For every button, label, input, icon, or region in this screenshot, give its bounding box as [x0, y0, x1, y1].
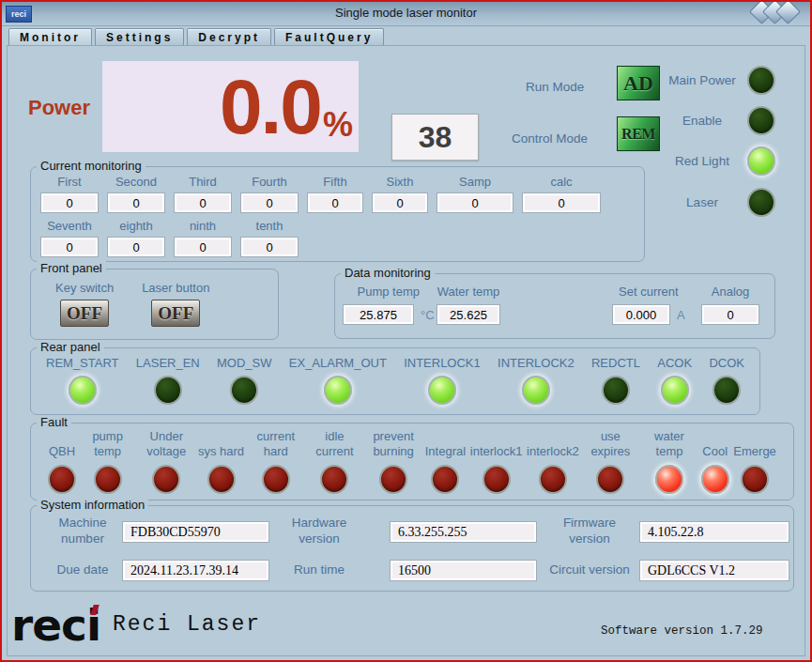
run-time-value: 16500	[390, 560, 537, 581]
tab-monitor[interactable]: Monitor	[8, 28, 92, 46]
current-field-tenth: tenth 0	[240, 219, 299, 257]
machine-number-label: Machine number	[45, 514, 120, 547]
brand-name: Reci Laser	[113, 612, 261, 637]
window-controls	[758, 3, 797, 21]
set-current-item: Set current 0.000 A	[612, 285, 685, 325]
rear-led-interlock1: INTERLOCK1	[404, 356, 481, 405]
fault-current-hard: current hard	[249, 425, 303, 494]
run-mode-badge: AD	[617, 66, 660, 100]
system-information-title: System information	[37, 498, 148, 512]
use-expires-led	[596, 465, 624, 494]
window-title: Single mode laser monitor	[2, 6, 810, 20]
dcok-led	[712, 376, 741, 405]
fault-idle-current: idle current	[307, 425, 361, 494]
laser-led	[747, 188, 775, 217]
current-row-2: Seventh 0 eighth 0 ninth 0 tenth 0	[40, 219, 299, 257]
fault-interlock2-led	[539, 465, 567, 494]
laser-button-label: Laser button	[142, 281, 209, 295]
ex-alarm-out-led	[324, 376, 352, 405]
current-second-value: 0	[107, 192, 165, 213]
status-row-main-power: Main Power	[657, 66, 789, 95]
fault-integral: Integral	[425, 425, 466, 494]
rear-led-ex-alarm-out: EX_ALARM_OUT	[289, 356, 387, 405]
current-seventh-value: 0	[40, 237, 99, 257]
rear-panel-group: Rear panel REM_START LASER_EN MOD_SW EX_…	[30, 347, 760, 415]
red-light-led	[747, 146, 775, 176]
key-switch-state-badge: OFF	[60, 300, 109, 327]
pump-temp-label: Pump temp	[358, 285, 420, 299]
software-version: Software version 1.7.29	[601, 624, 763, 638]
current-field-calc: calc 0	[522, 175, 601, 213]
hardware-version-value: 6.33.255.255	[390, 521, 537, 543]
fault-interlock1-led	[483, 465, 511, 494]
set-current-label: Set current	[619, 285, 679, 299]
rear-led-dcok: DCOK	[709, 356, 744, 405]
fault-under-voltage: Under voltage	[139, 425, 193, 494]
set-current-unit: A	[677, 308, 685, 322]
rem-start-led	[69, 376, 97, 405]
water-temp-value: 25.625	[437, 304, 500, 325]
pump-temp-item: Pump temp 25.875 °C	[343, 285, 435, 325]
pump-temp-fault-led	[94, 465, 122, 494]
emerge-led	[741, 465, 769, 494]
app-window: reci Single mode laser monitor Monitor S…	[0, 0, 812, 662]
power-value: 0.0	[220, 69, 321, 146]
data-monitoring-group: Data monitoring Pump temp 25.875 °C Wate…	[334, 273, 775, 339]
run-mode-label: Run Mode	[526, 80, 584, 94]
mod-sw-led	[230, 376, 258, 405]
current-first-value: 0	[40, 192, 99, 213]
tab-faultquery[interactable]: FaultQuery	[274, 28, 384, 46]
rear-panel-title: Rear panel	[37, 340, 104, 354]
current-field-samp: Samp 0	[437, 175, 513, 213]
current-sixth-value: 0	[372, 192, 428, 213]
fault-prevent-burning: prevent burning	[366, 425, 421, 494]
current-ninth-value: 0	[174, 237, 232, 257]
fault-group: Fault QBH pump temp Under voltage sys ha…	[30, 423, 794, 500]
fault-sys-hard: sys hard	[198, 425, 244, 494]
fault-interlock2: interlock2	[527, 425, 579, 494]
current-hard-led	[262, 465, 290, 494]
due-date-label: Due date	[45, 552, 120, 586]
set-current-value: 0.000	[612, 304, 670, 325]
hardware-version-label: Hardware version	[277, 514, 361, 547]
current-field-sixth: Sixth 0	[372, 175, 428, 213]
current-tenth-value: 0	[240, 237, 299, 257]
current-field-first: First 0	[40, 175, 99, 213]
fault-cool: Cool	[701, 425, 729, 494]
rear-led-mod-sw: MOD_SW	[217, 356, 272, 405]
status-row-enable: Enable	[657, 106, 789, 135]
enable-label: Enable	[657, 114, 747, 128]
current-field-third: Third 0	[174, 175, 232, 213]
fault-pump-temp: pump temp	[81, 425, 135, 494]
laser-label: Laser	[657, 195, 747, 209]
power-label: Power	[28, 96, 90, 120]
current-third-value: 0	[174, 192, 232, 213]
current-field-second: Second 0	[107, 175, 165, 213]
system-information-group: System information Machine number FDB30C…	[30, 505, 794, 592]
current-field-ninth: ninth 0	[174, 219, 232, 257]
sys-hard-led	[207, 465, 236, 494]
enable-led	[747, 106, 775, 135]
laser-en-led	[154, 376, 182, 405]
current-field-eighth: eighth 0	[107, 219, 165, 257]
pump-temp-value: 25.875	[343, 304, 414, 325]
fault-interlock1: interlock1	[470, 425, 523, 494]
control-mode-label: Control Mode	[512, 131, 588, 146]
qbh-led	[48, 465, 76, 494]
front-panel-title: Front panel	[37, 261, 106, 275]
tab-settings[interactable]: Settings	[95, 28, 184, 46]
fault-qbh: QBH	[48, 425, 76, 494]
current-eighth-value: 0	[107, 237, 165, 257]
rear-led-rem-start: REM_START	[46, 356, 119, 405]
acok-led	[661, 376, 689, 405]
rear-led-laser-en: LASER_EN	[136, 356, 200, 405]
current-calc-value: 0	[522, 192, 601, 213]
tab-decrypt[interactable]: Decrypt	[187, 28, 271, 46]
fault-emerge: Emerge	[733, 425, 776, 494]
run-time-label: Run time	[277, 552, 361, 586]
pump-temp-unit: °C	[421, 308, 435, 322]
power-unit: %	[323, 105, 353, 145]
key-switch-label: Key switch	[55, 281, 114, 295]
main-power-led	[747, 66, 775, 95]
integral-led	[431, 465, 459, 494]
